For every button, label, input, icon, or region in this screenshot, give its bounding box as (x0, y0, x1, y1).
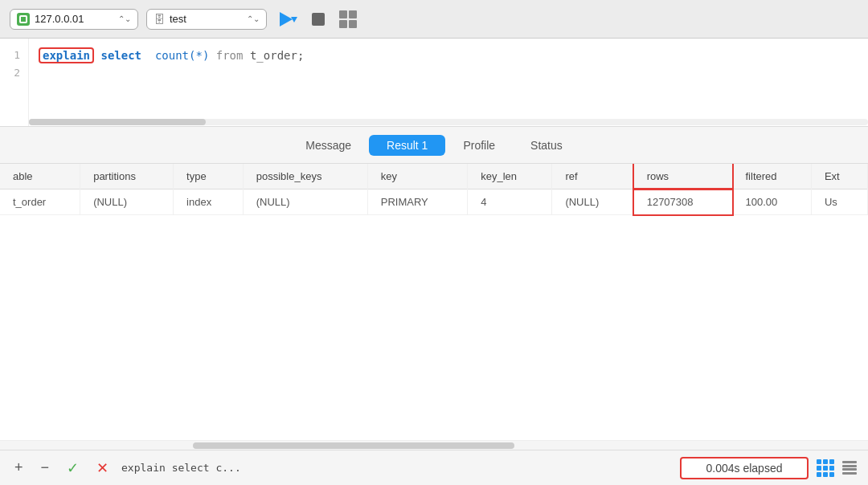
cell-able: t_order (0, 190, 80, 215)
line-numbers: 1 2 (0, 39, 29, 126)
connection-icon (17, 13, 30, 26)
scrollbar-track (29, 119, 868, 125)
line-number-1: 1 (8, 47, 20, 64)
col-rows: rows (633, 164, 732, 190)
tab-status[interactable]: Status (513, 135, 580, 156)
cancel-button[interactable]: ✕ (92, 456, 113, 480)
editor-area: 1 2 explain select count(*) from t_order… (0, 39, 868, 127)
keyword-explain: explain (39, 47, 94, 63)
keyword-from: from (216, 49, 244, 62)
col-key-len: key_len (468, 164, 552, 190)
connection-text: 127.0.0.01 (35, 13, 113, 25)
cell-key: PRIMARY (367, 190, 467, 215)
cell-possible-keys: (NULL) (243, 190, 367, 215)
col-ext: Ext (811, 164, 867, 190)
cell-ref: (NULL) (552, 190, 633, 215)
cell-rows: 12707308 (633, 190, 732, 215)
keyword-count: count(*) (155, 49, 209, 62)
stop-button[interactable] (309, 10, 328, 29)
tabs-bar: Message Result 1 Profile Status (0, 127, 868, 164)
add-row-button[interactable]: + (10, 456, 28, 479)
cell-key-len: 4 (468, 190, 552, 215)
tab-profile[interactable]: Profile (445, 135, 513, 156)
editor-horizontal-scrollbar[interactable] (29, 118, 868, 126)
database-text: test (170, 13, 242, 25)
results-area: able partitions type possible_keys key k… (0, 164, 868, 450)
list-view-button[interactable] (841, 459, 858, 477)
confirm-button[interactable]: ✓ (62, 456, 84, 480)
results-table: able partitions type possible_keys key k… (0, 164, 868, 215)
h-scrollbar-thumb[interactable] (193, 442, 514, 449)
cell-filtered: 100.00 (732, 190, 811, 215)
status-bar: + − ✓ ✕ explain select c... 0.004s elaps… (0, 450, 868, 485)
tab-result1[interactable]: Result 1 (369, 135, 445, 156)
run-button[interactable] (275, 6, 301, 32)
view-toggle-buttons (817, 459, 858, 477)
table-container[interactable]: able partitions type possible_keys key k… (0, 164, 868, 440)
col-possible-keys: possible_keys (243, 164, 367, 190)
keyword-select: select (100, 49, 141, 62)
results-horizontal-scrollbar[interactable] (0, 440, 868, 450)
connection-arrow-icon: ⌃⌄ (118, 14, 131, 23)
col-able: able (0, 164, 80, 190)
grid-view-button[interactable] (817, 459, 834, 477)
toolbar: 127.0.0.01 ⌃⌄ 🗄 test ⌃⌄ (0, 0, 868, 39)
remove-row-button[interactable]: − (36, 456, 55, 479)
database-arrow-icon: ⌃⌄ (247, 14, 260, 23)
run-button-group[interactable] (275, 6, 301, 32)
query-preview-text: explain select c... (121, 462, 672, 474)
explain-button[interactable] (336, 7, 360, 31)
cell-partitions: (NULL) (80, 190, 174, 215)
database-selector[interactable]: 🗄 test ⌃⌄ (146, 9, 267, 30)
col-ref: ref (552, 164, 633, 190)
col-partitions: partitions (80, 164, 174, 190)
cell-type: index (174, 190, 244, 215)
elapsed-time: 0.004s elapsed (680, 457, 809, 479)
table-name: t_order; (250, 49, 304, 62)
table-header-row: able partitions type possible_keys key k… (0, 164, 868, 190)
cell-ext: Us (811, 190, 867, 215)
tab-message[interactable]: Message (288, 135, 369, 156)
col-key: key (367, 164, 467, 190)
code-editor[interactable]: explain select count(*) from t_order; (29, 39, 868, 126)
line-number-2: 2 (8, 64, 20, 82)
database-icon: 🗄 (154, 13, 165, 26)
col-filtered: filtered (732, 164, 811, 190)
scrollbar-thumb[interactable] (29, 119, 206, 125)
connection-selector[interactable]: 127.0.0.01 ⌃⌄ (10, 9, 138, 30)
table-row[interactable]: t_order (NULL) index (NULL) PRIMARY 4 (N… (0, 190, 868, 215)
col-type: type (174, 164, 244, 190)
